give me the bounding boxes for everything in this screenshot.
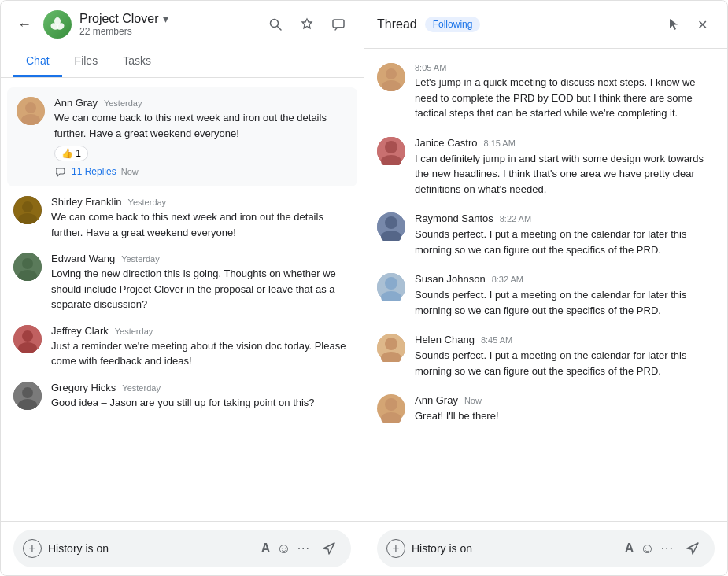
following-badge[interactable]: Following	[425, 17, 481, 32]
thread-text: Sounds perfect. I put a meeting on the c…	[415, 227, 715, 257]
channel-avatar	[43, 10, 72, 39]
left-input-area: + A ☺ ···	[1, 521, 364, 575]
send-button[interactable]	[316, 536, 342, 561]
chat-button[interactable]	[326, 12, 351, 37]
thread-text: Great! I'll be there!	[415, 408, 715, 424]
message-text: We can come back to this next week and i…	[51, 209, 351, 240]
right-input-area: + A ☺ ···	[364, 521, 727, 575]
table-row: Janice Castro 8:15 AM I can definitely j…	[377, 129, 715, 205]
tab-tasks[interactable]: Tasks	[110, 46, 164, 77]
tabs: Chat Files Tasks	[13, 46, 351, 77]
message-header: Shirley Franklin Yesterday	[51, 196, 351, 208]
avatar	[13, 382, 42, 410]
svg-point-16	[22, 330, 33, 342]
table-row: Helen Chang 8:45 AM Sounds perfect. I pu…	[377, 326, 715, 386]
thread-message-header: Raymond Santos 8:22 AM	[415, 212, 715, 224]
message-time: Yesterday	[121, 254, 160, 264]
svg-point-13	[22, 258, 33, 269]
message-text: Good idea – Jason are you still up for t…	[51, 395, 351, 411]
thread-header-actions: ✕	[661, 12, 715, 37]
thread-message-header: Janice Castro 8:15 AM	[415, 137, 715, 149]
channel-title: Project Clover ▾	[79, 12, 255, 26]
svg-point-22	[386, 68, 397, 79]
list-item: Ann Gray Yesterday We can come back to t…	[7, 87, 357, 186]
thread-text: Let's jump in a quick meeting to discuss…	[415, 75, 715, 121]
chevron-down-icon[interactable]: ▾	[163, 13, 168, 25]
more-options-button[interactable]: ···	[661, 541, 674, 556]
avatar	[13, 253, 42, 281]
avatar	[377, 273, 405, 301]
message-author: Jeffrey Clark	[51, 325, 109, 337]
tab-chat[interactable]: Chat	[13, 46, 62, 77]
message-time: Yesterday	[128, 198, 167, 207]
message-time: 8:22 AM	[500, 214, 531, 223]
message-time: Yesterday	[104, 98, 142, 108]
more-options-button[interactable]: ···	[297, 541, 310, 556]
message-author: Janice Castro	[415, 137, 477, 149]
svg-point-19	[22, 387, 33, 398]
close-thread-button[interactable]: ✕	[689, 12, 715, 37]
thread-text: Sounds perfect. I put a meeting on the c…	[415, 348, 715, 378]
left-message-input[interactable]	[48, 542, 255, 555]
message-time: Now	[464, 396, 482, 405]
channel-info: Project Clover ▾ 22 members	[79, 12, 255, 37]
message-author: Ann Gray	[54, 97, 98, 109]
message-author: Gregory Hicks	[51, 382, 116, 393]
thread-header: Thread Following ✕	[364, 1, 727, 49]
format-text-button[interactable]: A	[625, 541, 634, 556]
thread-time: 8:05 AM	[415, 63, 446, 72]
message-time: Yesterday	[122, 383, 161, 393]
add-attachment-button[interactable]: +	[386, 539, 405, 558]
message-time: 8:32 AM	[492, 275, 523, 284]
message-header: Jeffrey Clark Yesterday	[51, 325, 351, 337]
avatar	[377, 137, 405, 165]
right-input-icons: A ☺ ···	[625, 541, 674, 557]
message-author: Susan Johnson	[415, 273, 486, 285]
header-actions	[263, 12, 351, 37]
thread-message-content: Helen Chang 8:45 AM Sounds perfect. I pu…	[415, 334, 715, 378]
message-author: Shirley Franklin	[51, 196, 122, 208]
list-item: Gregory Hicks Yesterday Good idea – Jaso…	[1, 375, 364, 417]
svg-point-10	[22, 201, 33, 212]
left-input-row: + A ☺ ···	[13, 530, 351, 567]
message-content: Gregory Hicks Yesterday Good idea – Jaso…	[51, 382, 351, 411]
table-row: Ann Gray Now Great! I'll be there!	[377, 386, 715, 432]
search-button[interactable]	[263, 12, 288, 37]
thread-message-content: Janice Castro 8:15 AM I can definitely j…	[415, 137, 715, 198]
right-panel: Thread Following ✕ 8:05 AM	[364, 1, 727, 575]
tab-files[interactable]: Files	[62, 46, 111, 77]
format-text-button[interactable]: A	[261, 541, 271, 556]
svg-point-25	[385, 141, 397, 153]
avatar	[377, 394, 405, 423]
thread-messages-area: 8:05 AM Let's jump in a quick meeting to…	[364, 49, 727, 521]
thread-message-content: Raymond Santos 8:22 AM Sounds perfect. I…	[415, 212, 715, 257]
table-row: Raymond Santos 8:22 AM Sounds perfect. I…	[377, 205, 715, 265]
left-panel: ← Project Clover ▾ 22 members	[1, 1, 364, 575]
message-author: Ann Gray	[415, 394, 458, 406]
emoji-button[interactable]: ☺	[276, 541, 290, 557]
left-header: ← Project Clover ▾ 22 members	[1, 1, 364, 78]
reaction-badge[interactable]: 👍 1	[54, 146, 88, 161]
pin-button[interactable]	[294, 12, 320, 37]
message-text: Just a reminder we're meeting about the …	[51, 338, 351, 369]
send-button[interactable]	[680, 536, 705, 561]
emoji-button[interactable]: ☺	[640, 541, 654, 557]
thread-text: Sounds perfect. I put a meeting on the c…	[415, 287, 715, 318]
svg-point-7	[25, 102, 36, 113]
message-content: Ann Gray Yesterday We can come back to t…	[54, 97, 348, 177]
thread-message-header: Ann Gray Now	[415, 394, 715, 406]
message-header: Gregory Hicks Yesterday	[51, 382, 351, 393]
add-attachment-button[interactable]: +	[23, 539, 42, 558]
svg-point-34	[385, 338, 397, 350]
replies-count[interactable]: 11 Replies	[72, 166, 116, 177]
right-message-input[interactable]	[412, 542, 619, 555]
thread-message-content: Susan Johnson 8:32 AM Sounds perfect. I …	[415, 273, 715, 318]
message-header: Edward Wang Yesterday	[51, 253, 351, 264]
back-button[interactable]: ←	[13, 13, 35, 35]
message-time: Yesterday	[115, 327, 153, 336]
left-header-top: ← Project Clover ▾ 22 members	[13, 10, 351, 39]
message-author: Raymond Santos	[415, 212, 493, 224]
avatar	[17, 97, 45, 125]
thread-message-header: Susan Johnson 8:32 AM	[415, 273, 715, 285]
members-count: 22 members	[79, 26, 255, 37]
